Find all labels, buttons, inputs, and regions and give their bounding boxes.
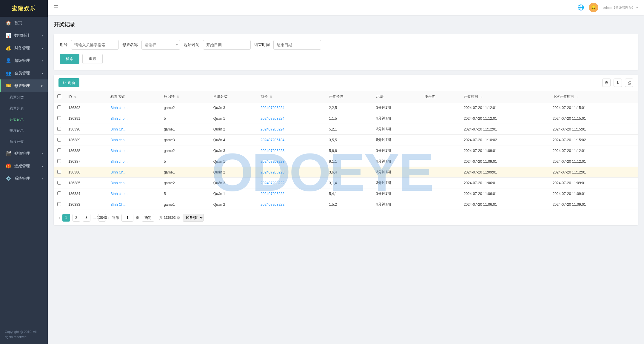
cell-winning-code: 5,6,6 bbox=[325, 145, 372, 156]
page-btn-3[interactable]: 3 bbox=[83, 214, 90, 222]
row-checkbox[interactable] bbox=[57, 181, 61, 185]
sidebar-item-lottery[interactable]: 🎫 彩票管理 ∨ bbox=[0, 79, 48, 92]
language-icon[interactable]: 🌐 bbox=[577, 4, 584, 11]
sidebar-item-video[interactable]: 🎬 视频管理 › bbox=[0, 147, 48, 160]
system-icon: ⚙️ bbox=[6, 176, 11, 181]
chart-icon: 📊 bbox=[6, 33, 11, 38]
cell-tag: game2 bbox=[160, 178, 210, 188]
cell-next-lottery-time: 2024-07-20 11:15:02 bbox=[549, 135, 638, 145]
search-button[interactable]: 检索 bbox=[60, 54, 79, 64]
cell-winning-code: 3,6,4 bbox=[325, 167, 372, 178]
cell-id: 136391 bbox=[65, 113, 107, 124]
cell-play-method: 3分钟1期 bbox=[373, 102, 421, 113]
cell-name: Bình cho... bbox=[107, 145, 160, 156]
avatar[interactable]: 😊 bbox=[589, 3, 598, 12]
row-checkbox-cell bbox=[54, 167, 65, 178]
cell-id: 136384 bbox=[65, 188, 107, 199]
print-icon-btn[interactable]: 🖨 bbox=[625, 79, 633, 87]
sort-icon[interactable]: ⇅ bbox=[576, 95, 579, 98]
sidebar-item-data-stats[interactable]: 📊 数据统计 › bbox=[0, 29, 48, 42]
row-checkbox[interactable] bbox=[57, 105, 61, 109]
prev-page-btn[interactable]: ‹ bbox=[58, 215, 60, 220]
period-input[interactable] bbox=[71, 40, 119, 50]
row-checkbox[interactable] bbox=[57, 202, 61, 206]
sidebar-sub-item-lottery-list[interactable]: 彩票列表 bbox=[0, 103, 48, 114]
cell-play-method: 3分钟1期 bbox=[373, 167, 421, 178]
sort-icon[interactable]: ⇅ bbox=[177, 95, 179, 98]
sidebar-item-member[interactable]: 👥 会员管理 › bbox=[0, 67, 48, 79]
content-area: 开奖记录 期号 彩票名称 请选择 起始时间 结束时间 检索 重置 bbox=[48, 15, 644, 344]
sidebar-item-activity[interactable]: 🎁 选妃管理 › bbox=[0, 160, 48, 172]
filter-card: 期号 彩票名称 请选择 起始时间 结束时间 检索 重置 bbox=[54, 34, 638, 70]
settings-icon-btn[interactable]: ⚙ bbox=[602, 79, 611, 87]
row-checkbox[interactable] bbox=[57, 116, 61, 120]
sort-icon[interactable]: ⇅ bbox=[74, 95, 76, 99]
sidebar-item-finance[interactable]: 💰 财务管理 › bbox=[0, 42, 48, 54]
cell-lottery-time: 2024-07-20 11:06:01 bbox=[460, 199, 549, 210]
user-info[interactable]: admin【超级管理员】 ▾ bbox=[603, 5, 638, 10]
sort-icon[interactable]: ⇅ bbox=[270, 95, 272, 98]
cell-lottery-time: 2024-07-20 11:09:01 bbox=[460, 145, 549, 156]
cell-pre-lottery bbox=[421, 178, 460, 188]
sidebar-item-label: 数据统计 bbox=[14, 33, 30, 38]
end-time-input[interactable] bbox=[273, 40, 321, 50]
lottery-name-select[interactable]: 请选择 bbox=[141, 40, 180, 50]
download-icon-btn[interactable]: ⬇ bbox=[614, 79, 622, 87]
cell-name: Bình Ch... bbox=[107, 199, 160, 210]
cell-tag: game2 bbox=[160, 102, 210, 113]
cell-tag: 5 bbox=[160, 188, 210, 199]
cell-id: 136383 bbox=[65, 199, 107, 210]
row-checkbox-cell bbox=[54, 113, 65, 124]
next-page-btn[interactable]: › bbox=[108, 215, 110, 220]
row-checkbox[interactable] bbox=[57, 127, 61, 131]
header-tag: 标识符 ⇅ bbox=[160, 91, 210, 102]
table-row: 136386 Bình Ch... game1 Quận 2 202407203… bbox=[54, 167, 638, 178]
page-btn-2[interactable]: 2 bbox=[73, 214, 80, 222]
sort-icon[interactable]: ⇅ bbox=[480, 95, 483, 98]
cell-winning-code: 5,2,1 bbox=[325, 124, 372, 135]
cell-name: Bình cho... bbox=[107, 135, 160, 145]
table-row: 136387 Bình cho... 5 Quận 1 202407203223… bbox=[54, 156, 638, 167]
table-toolbar: ↻ 刷新 ⚙ ⬇ 🖨 bbox=[54, 75, 638, 91]
page-btn-1[interactable]: 1 bbox=[62, 214, 70, 222]
cell-lottery-time: 2024-07-20 11:12:01 bbox=[460, 102, 549, 113]
sidebar-sub-item-lottery-record[interactable]: 开奖记录 bbox=[0, 114, 48, 125]
cell-play-method: 3分钟1期 bbox=[373, 145, 421, 156]
row-checkbox-cell bbox=[54, 135, 65, 145]
sidebar-sub-item-bet-record[interactable]: 投注记录 bbox=[0, 125, 48, 136]
cell-tag: game3 bbox=[160, 135, 210, 145]
per-page-select[interactable]: 10条/页 20条/页 50条/页 bbox=[183, 214, 204, 222]
lottery-icon: 🎫 bbox=[6, 83, 11, 88]
cell-name: Bình Ch... bbox=[107, 124, 160, 135]
row-checkbox[interactable] bbox=[57, 138, 61, 142]
sidebar-item-super-admin[interactable]: 👤 超级管理 › bbox=[0, 54, 48, 67]
page-btn-last[interactable]: 13840 bbox=[98, 214, 106, 222]
table-header: ID ⇅ 彩票名称 标识符 ⇅ 所属分类 期号 ⇅ 开奖号码 玩法 预开奖 开奖… bbox=[54, 91, 638, 102]
reset-button[interactable]: 重置 bbox=[82, 54, 103, 64]
header-name: 彩票名称 bbox=[107, 91, 160, 102]
sidebar-sub-item-pre-lottery[interactable]: 预设开奖 bbox=[0, 136, 48, 147]
select-all-checkbox[interactable] bbox=[57, 94, 61, 98]
row-checkbox[interactable] bbox=[57, 191, 61, 195]
cell-period: 202407203223 bbox=[257, 145, 325, 156]
lottery-name-label: 彩票名称 bbox=[122, 42, 138, 47]
cell-name: Bình cho... bbox=[107, 113, 160, 124]
table-row: 136392 Bình cho... game2 Quận 3 20240720… bbox=[54, 102, 638, 113]
row-checkbox[interactable] bbox=[57, 170, 61, 174]
goto-confirm-btn[interactable]: 确定 bbox=[142, 214, 154, 222]
menu-icon[interactable]: ☰ bbox=[54, 4, 58, 11]
cell-lottery-time: 2024-07-20 11:06:01 bbox=[460, 178, 549, 188]
cell-winning-code: 5,4,1 bbox=[325, 188, 372, 199]
sidebar-item-label: 超级管理 bbox=[14, 58, 30, 63]
start-time-input[interactable] bbox=[203, 40, 251, 50]
sidebar-item-home[interactable]: 🏠 首页 bbox=[0, 17, 48, 29]
row-checkbox[interactable] bbox=[57, 159, 61, 163]
cell-period: 202407203222 bbox=[257, 178, 325, 188]
chevron-right-icon: › bbox=[42, 164, 43, 168]
page-goto-input[interactable] bbox=[121, 214, 133, 222]
sidebar-item-system[interactable]: ⚙️ 系统管理 › bbox=[0, 172, 48, 185]
sidebar-sub-item-lottery-category[interactable]: 彩票分类 bbox=[0, 92, 48, 103]
row-checkbox[interactable] bbox=[57, 148, 61, 152]
refresh-button[interactable]: ↻ 刷新 bbox=[58, 78, 79, 87]
cell-name: Bình cho... bbox=[107, 188, 160, 199]
